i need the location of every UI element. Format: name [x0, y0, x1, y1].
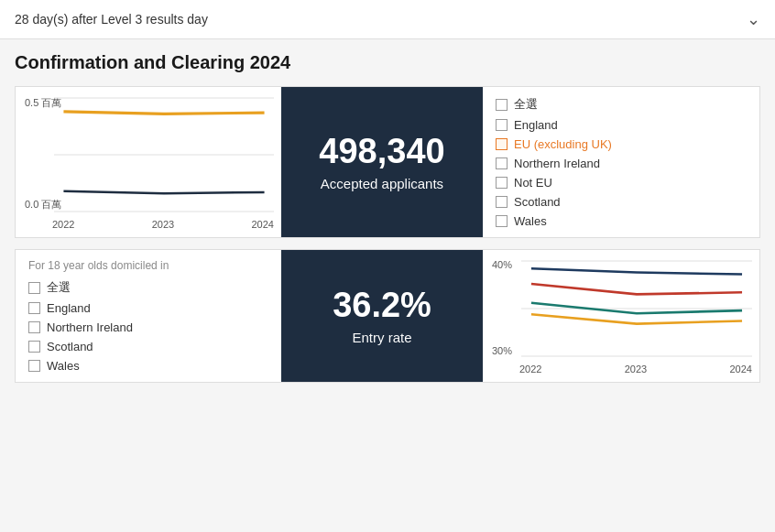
- filter-item-northern-ireland[interactable]: Northern Ireland: [28, 320, 268, 334]
- card2-x-2024: 2024: [730, 364, 752, 375]
- legend-label-all: 全選: [514, 96, 538, 113]
- legend-checkbox-ni[interactable]: [496, 157, 508, 169]
- card2-y-bottom: 30%: [492, 345, 512, 356]
- filter-checkbox-ni[interactable]: [28, 321, 40, 333]
- legend-checkbox-england[interactable]: [496, 119, 508, 131]
- card1-x-2022: 2022: [52, 219, 74, 230]
- card1-x-2023: 2023: [152, 219, 174, 230]
- legend-label-ni: Northern Ireland: [514, 157, 600, 170]
- legend-item-not-eu[interactable]: Not EU: [496, 176, 747, 190]
- card-accepted-applicants: 0.5 百萬 0.0 百萬 2022 2023 2024: [15, 86, 760, 238]
- legend-item-eu[interactable]: EU (excluding UK): [496, 137, 747, 151]
- legend-item-wales[interactable]: Wales: [496, 214, 747, 228]
- main-content: Confirmation and Clearing 2024 0.5 百萬 0.…: [0, 39, 775, 407]
- card2-y-labels: 40% 30%: [492, 259, 512, 356]
- card2-filter-items: 全選 England Northern Ireland Scotland Wal…: [28, 279, 268, 373]
- card2-stat-label: Entry rate: [352, 330, 411, 345]
- legend-checkbox-all[interactable]: [496, 99, 508, 111]
- card1-svg-area: [54, 98, 274, 212]
- filter-item-wales[interactable]: Wales: [28, 359, 268, 373]
- card2-stat-number: 36.2%: [333, 287, 431, 325]
- legend-label-england: England: [514, 118, 558, 132]
- legend-label-not-eu: Not EU: [514, 176, 552, 190]
- legend-item-all[interactable]: 全選: [496, 96, 747, 113]
- filter-label-ni: Northern Ireland: [47, 320, 133, 334]
- card1-svg: [54, 98, 274, 212]
- filter-item-scotland[interactable]: Scotland: [28, 340, 268, 353]
- card1-stat-label: Accepted applicants: [321, 176, 443, 191]
- filter-label-all: 全選: [47, 279, 71, 296]
- filter-label-scotland: Scotland: [47, 340, 93, 353]
- card2-x-labels: 2022 2023 2024: [519, 364, 752, 375]
- card2-x-2023: 2023: [625, 364, 647, 375]
- card2-y-top: 40%: [492, 259, 512, 270]
- legend-item-england[interactable]: England: [496, 118, 747, 132]
- card2-filter-area: For 18 year olds domiciled in 全選 England…: [16, 250, 281, 382]
- legend-checkbox-wales[interactable]: [496, 215, 508, 227]
- legend-item-scotland[interactable]: Scotland: [496, 195, 747, 209]
- card1-chart-area: 0.5 百萬 0.0 百萬 2022 2023 2024: [16, 87, 281, 237]
- filter-item-all[interactable]: 全選: [28, 279, 268, 296]
- filter-checkbox-england[interactable]: [28, 302, 40, 314]
- card1-x-2024: 2024: [252, 219, 274, 230]
- card2-stat: 36.2% Entry rate: [281, 250, 483, 382]
- legend-label-wales: Wales: [514, 214, 547, 228]
- card2-svg: [521, 261, 752, 356]
- filter-checkbox-scotland[interactable]: [28, 341, 40, 353]
- top-bar: 28 day(s) after Level 3 results day ⌄: [0, 0, 775, 39]
- card2-x-2022: 2022: [519, 364, 541, 375]
- legend-label-scotland: Scotland: [514, 195, 561, 209]
- legend-label-eu: EU (excluding UK): [514, 137, 612, 151]
- filter-label-england: England: [47, 301, 91, 315]
- card2-chart-area: 40% 30%: [483, 250, 759, 382]
- top-bar-label: 28 day(s) after Level 3 results day: [15, 12, 208, 27]
- card-entry-rate: For 18 year olds domiciled in 全選 England…: [15, 249, 760, 383]
- filter-checkbox-all[interactable]: [28, 282, 40, 294]
- card1-stat: 498,340 Accepted applicants: [281, 87, 483, 237]
- card2-filter-label: For 18 year olds domiciled in: [28, 259, 268, 272]
- card1-x-labels: 2022 2023 2024: [52, 219, 274, 230]
- card2-svg-area: [521, 261, 752, 356]
- card1-legend: 全選 England EU (excluding UK) Northern Ir…: [483, 87, 759, 237]
- card1-stat-number: 498,340: [319, 133, 444, 171]
- filter-checkbox-wales[interactable]: [28, 360, 40, 372]
- legend-checkbox-scotland[interactable]: [496, 196, 508, 208]
- legend-item-northern-ireland[interactable]: Northern Ireland: [496, 157, 747, 170]
- page-title: Confirmation and Clearing 2024: [15, 52, 760, 73]
- filter-label-wales: Wales: [47, 359, 80, 373]
- legend-checkbox-eu[interactable]: [496, 138, 508, 150]
- filter-item-england[interactable]: England: [28, 301, 268, 315]
- legend-checkbox-not-eu[interactable]: [496, 177, 508, 189]
- dropdown-arrow-icon[interactable]: ⌄: [747, 9, 760, 29]
